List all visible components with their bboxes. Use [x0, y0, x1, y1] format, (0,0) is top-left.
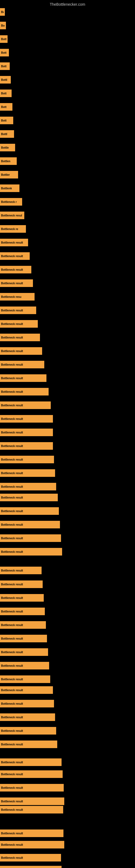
bar-item: Bottleneck result — [0, 854, 61, 862]
bar-label: Bottleneck result — [1, 404, 23, 407]
bar-item: Bottleneck result — [0, 608, 45, 615]
bar-label: Bott — [1, 51, 6, 54]
bar-item: Bo — [0, 8, 5, 16]
bar-label: Bottleneck result — [1, 350, 23, 352]
bar-label: Bottleneck result — [1, 282, 23, 285]
bar-item: Bottleneck result — [0, 469, 55, 477]
bar-item: Bo — [0, 22, 6, 29]
bar-item: Bottleneck result — [0, 442, 53, 450]
bar-label: Bottleneck result — [1, 800, 23, 803]
bar-item: Bottleneck result — [0, 741, 57, 748]
bar-label: Bottleneck result — [1, 761, 23, 764]
bar-label: Bottleneck result — [1, 596, 23, 599]
bar-item: Bott — [0, 62, 10, 70]
bar-label: Bo — [1, 24, 5, 27]
bar-label: Bottleneck resul — [1, 214, 22, 217]
bar-item: Bottle — [0, 144, 15, 151]
bar-label: Bottlen — [1, 160, 10, 163]
bar-label: Bottleneck result — [1, 322, 23, 326]
bar-item: Bottleneck result — [0, 581, 43, 588]
bar-item: Bottleneck result — [0, 758, 61, 766]
bar-label: Bottleneck result — [1, 377, 23, 380]
bar-label: Bottl — [1, 79, 7, 82]
bar-label: Bottleneck result — [1, 610, 23, 613]
bar-label: Bottleneck result — [1, 716, 23, 719]
bar-item: Bottleneck result — [0, 507, 59, 515]
bar-label: Bottle — [1, 146, 9, 149]
bar-label: Bottleneck result — [1, 444, 23, 447]
bar-item: Bottleneck result — [0, 548, 62, 556]
bar-label: Bottleneck result — [1, 550, 23, 553]
bar-item: Bottler — [0, 171, 18, 179]
bar-item: Bottleneck result — [0, 279, 33, 287]
bar-label: Bottleneck result — [1, 255, 23, 258]
bar-item: Bottlen — [0, 157, 17, 165]
bar-label: Bottleneck result — [1, 637, 23, 640]
bar-item: Bottleneck result — [0, 534, 61, 542]
bar-item: Bottleneck result — [0, 700, 54, 707]
bar-item: Bott — [0, 35, 8, 43]
site-title: TheBottlenecker.com — [0, 0, 135, 8]
bar-item: Bottleneck result — [0, 429, 53, 436]
bar-item: Bottleneck re — [0, 225, 26, 233]
bar-label: Bottleneck result — [1, 583, 23, 586]
bar-item: Bottl — [0, 76, 11, 84]
bar-item: Bottleneck result — [0, 456, 54, 463]
bar-label: Bottleneck result — [1, 523, 23, 526]
bar-label: Bottleneck result — [1, 537, 23, 540]
bar-item: Bottleneck result — [0, 866, 61, 868]
bar-item: Bottleneck result — [0, 334, 40, 341]
bar-label: Bottleneck result — [1, 843, 23, 846]
bar-item: Bottleneck result — [0, 770, 63, 778]
bar-item: Bottleneck result — [0, 320, 38, 328]
bar-item: Bottleneck result — [0, 806, 63, 813]
bar-label: Bottleneck result — [1, 689, 23, 692]
bar-item: Bott — [0, 117, 13, 124]
bar-label: Bottleneck result — [1, 496, 23, 499]
bar-label: Bottleneck result — [1, 808, 23, 811]
bar-item: Bottleneck result — [0, 841, 64, 848]
bar-item: Bottleneck result — [0, 347, 42, 355]
bar-label: Bottleneck result — [1, 678, 23, 681]
bar-label: Bott — [1, 65, 6, 68]
bar-label: Bottleneck result — [1, 773, 23, 776]
bar-item: Bottl — [0, 130, 14, 138]
bar-label: Bottleneck result — [1, 664, 23, 667]
bar-item: Bottleneck result — [0, 686, 53, 694]
bar-label: Bottleneck result — [1, 651, 23, 654]
bar-label: Bottleneck result — [1, 336, 23, 339]
bar-item: Bottleneck result — [0, 675, 50, 683]
bar-item: Bottleneck result — [0, 483, 56, 490]
bar-label: Bottleneck result — [1, 786, 23, 789]
bar-label: Bott — [1, 105, 6, 108]
bar-label: Bottleneck result — [1, 431, 23, 434]
bar-label: Bott — [1, 119, 6, 122]
bar-label: Bott — [1, 38, 6, 41]
bar-item: Bottleneck result — [0, 635, 47, 642]
bar-item: Bottleneck result — [0, 401, 51, 409]
bar-item: Bottleneck result — [0, 239, 28, 246]
bar-label: Bottleneck result — [1, 268, 23, 271]
bar-item: Bottleneck result — [0, 621, 46, 629]
bar-item: Bottleneck result — [0, 567, 42, 574]
bar-label: Bottleneck result — [1, 730, 23, 733]
bar-item: Bottleneck result — [0, 266, 31, 273]
bar-item: Bottleneck result — [0, 521, 60, 528]
bar-label: Bottleneck result — [1, 458, 23, 461]
bar-label: Bottl — [1, 133, 7, 135]
bar-label: Bottleneck r — [1, 200, 17, 204]
bar-item: Bottleneck result — [0, 252, 30, 260]
bar-label: Bottleneck result — [1, 472, 23, 475]
bar-label: Bottleneck resu — [1, 296, 21, 299]
bar-label: Bottlenk — [1, 187, 12, 190]
bar-item: Bottleneck resu — [0, 293, 35, 301]
bar-item: Bottleneck result — [0, 648, 48, 656]
bar-label: Bottleneck result — [1, 309, 23, 312]
bar-item: Bottleneck result — [0, 374, 46, 382]
bar-label: Bottleneck result — [1, 241, 23, 244]
bar-label: Bottleneck result — [1, 510, 23, 513]
bar-item: Bottleneck resul — [0, 212, 24, 219]
bar-label: Bottleneck re — [1, 227, 18, 230]
bar-item: Bottleneck result — [0, 784, 64, 792]
bar-label: Bo — [1, 10, 4, 13]
